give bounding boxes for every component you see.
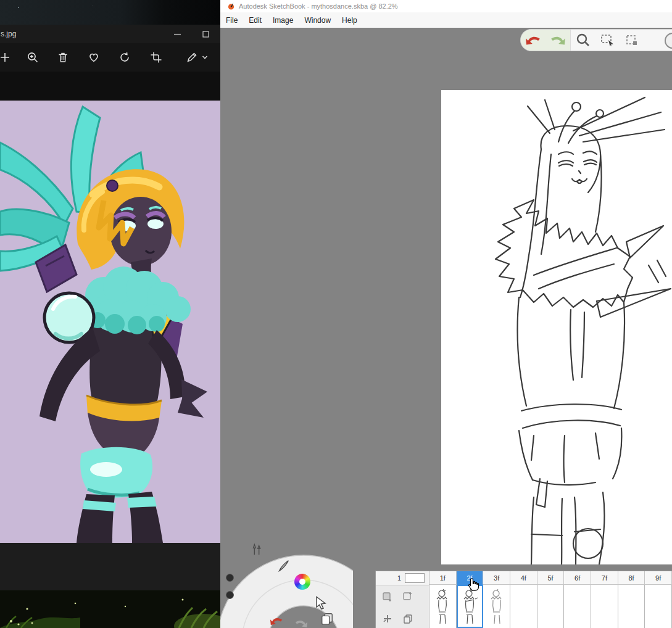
next-photo-preview[interactable] [0, 590, 220, 628]
sketch-lineart [441, 90, 672, 564]
zoom-in-button[interactable] [24, 49, 41, 66]
duplicate-icon [403, 614, 413, 624]
add-layer-above-button[interactable] [402, 590, 414, 603]
add-icon [0, 51, 11, 64]
crop-button[interactable] [147, 49, 165, 66]
frame-thumb-7f[interactable] [591, 585, 618, 628]
menu-edit[interactable]: Edit [243, 14, 267, 27]
frame-thumbnail-row [429, 585, 672, 628]
frame-thumb-3f[interactable] [483, 585, 510, 628]
photos-lower-letterbox [0, 543, 220, 590]
rotate-icon [118, 51, 131, 64]
layers-menu-button[interactable] [319, 611, 335, 627]
menu-help[interactable]: Help [336, 14, 363, 27]
undo-button[interactable] [521, 30, 545, 51]
undo-icon [525, 35, 541, 46]
frame-thumb-4f[interactable] [510, 585, 537, 628]
sketchbook-titlebar: Autodesk SketchBook - mythosdance.skba @… [220, 0, 672, 13]
add-layer-below-button[interactable] [381, 590, 394, 603]
grass-photo-thumbnail [0, 590, 220, 628]
drawing-canvas[interactable] [441, 90, 672, 564]
maximize-button[interactable] [196, 25, 215, 43]
frame-grid: 1f 2f 3f 4f 5f 6f 7f 8f 9f [429, 571, 672, 628]
lagoon-redo-button[interactable] [293, 615, 309, 628]
frame-header-5f[interactable]: 5f [537, 571, 565, 585]
photos-toolbar [0, 43, 220, 72]
frame-header-3f[interactable]: 3f [483, 571, 510, 585]
frame-thumb-9f[interactable] [645, 585, 672, 628]
menu-window[interactable]: Window [299, 14, 336, 27]
frame-header-7f[interactable]: 7f [591, 571, 618, 585]
frame-header-1f[interactable]: 1f [429, 571, 457, 585]
undo-redo-group [521, 30, 571, 51]
add-button[interactable] [0, 49, 14, 66]
edit-more-button[interactable] [200, 49, 210, 66]
zoom-tool-button[interactable] [571, 30, 595, 51]
rotate-button[interactable] [116, 49, 133, 66]
frame-thumb-8f[interactable] [618, 585, 645, 628]
add-frame-button[interactable] [381, 613, 394, 625]
frame-header-2f-selected[interactable]: 2f [457, 571, 484, 585]
frame-header-row: 1f 2f 3f 4f 5f 6f 7f 8f 9f [429, 571, 672, 585]
lagoon-handle-dot-2[interactable] [226, 591, 234, 599]
frame-thumb-5f[interactable] [537, 585, 565, 628]
cursor-arrow-icon [315, 596, 327, 609]
frame-header-9f[interactable]: 9f [645, 571, 672, 585]
lagoon-handle-dot-1[interactable] [226, 574, 234, 582]
crop-icon [150, 51, 162, 64]
zoom-in-icon [27, 51, 39, 64]
redo-button[interactable] [545, 30, 570, 51]
frame-thumb-1f[interactable] [429, 585, 457, 628]
brush-menu-button[interactable] [276, 558, 292, 574]
add-layer-icon [382, 591, 393, 602]
brush-icon [277, 559, 291, 572]
lagoon-undo-button[interactable] [268, 613, 284, 628]
photos-window-title: s.jpg [1, 30, 16, 38]
frame-hold-input[interactable] [405, 573, 425, 583]
redo-icon [294, 619, 308, 628]
duplicate-frame-button[interactable] [402, 613, 414, 625]
color-menu-button[interactable] [294, 574, 310, 590]
menu-image[interactable]: Image [267, 14, 299, 27]
marquee-select-icon [600, 33, 615, 47]
undo-icon [270, 616, 283, 626]
trash-icon [57, 51, 69, 64]
menu-file[interactable]: File [220, 14, 243, 27]
edit-button[interactable] [183, 49, 201, 66]
character-illustration [0, 101, 220, 543]
heart-icon [88, 51, 100, 64]
maximize-icon [202, 31, 209, 38]
favorite-button[interactable] [85, 49, 102, 66]
chevron-down-icon [202, 54, 208, 60]
frame-1-thumbnail [433, 588, 452, 625]
frame-header-4f[interactable]: 4f [510, 571, 537, 585]
interface-menu-button[interactable] [313, 595, 329, 611]
photos-letterbox [0, 72, 220, 101]
photo-artwork [0, 101, 220, 543]
tools-icon [250, 543, 263, 556]
minimize-button[interactable] [168, 25, 186, 43]
frame-header-8f[interactable]: 8f [618, 571, 645, 585]
tools-menu-button[interactable] [249, 542, 265, 558]
lagoon-puck [220, 535, 353, 628]
sketchbook-menubar: File Edit Image Window Help [220, 12, 672, 28]
frame-hold-count: 1 [397, 574, 401, 582]
edit-pen-icon [186, 51, 198, 64]
frame-thumb-2f-selected[interactable] [457, 585, 484, 628]
background-photo-strip [0, 0, 220, 25]
frame-hold-row: 1 [376, 571, 429, 585]
color-wheel-icon [294, 574, 310, 590]
quick-toolbar [520, 29, 672, 51]
timeline-controls: 1 [376, 571, 429, 628]
transform-select-button[interactable] [620, 30, 645, 51]
marquee-select-button[interactable] [595, 30, 620, 51]
delete-button[interactable] [54, 49, 72, 66]
frame-thumb-6f[interactable] [564, 585, 591, 628]
brush-puck-icon[interactable] [665, 33, 672, 49]
frame-header-6f[interactable]: 6f [564, 571, 591, 585]
screen: s.jpg [0, 0, 672, 628]
flipbook-timeline: 1 [375, 571, 672, 628]
sketchbook-workspace: 1 [220, 28, 672, 628]
transform-select-icon [625, 33, 640, 47]
sketchbook-app-icon [227, 2, 235, 10]
